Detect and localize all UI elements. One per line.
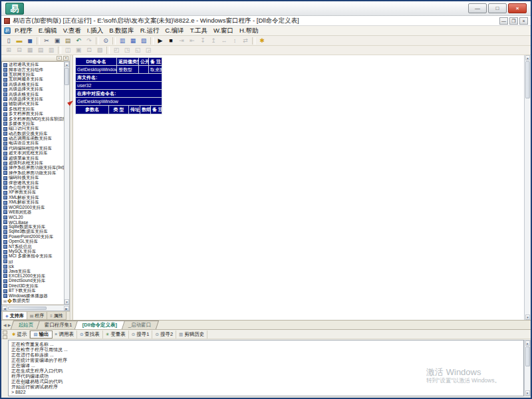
library-item[interactable]: 超级菜单支持库	[2, 156, 64, 160]
output-tab[interactable]: 搜寻2	[152, 331, 176, 338]
table-shade-icon[interactable]	[133, 46, 143, 55]
app-minimize-button[interactable]: —	[499, 17, 508, 25]
library-item[interactable]: 辅助调试支持库	[2, 102, 64, 106]
comment-cell[interactable]: 取桌面句柄	[149, 66, 162, 73]
output-log[interactable]: 正在检查重复名称 ... 正在检查子程序引用情况 ... 正在进行名称连接 ..…	[8, 340, 524, 396]
table-row[interactable]: user32	[76, 82, 162, 90]
table-row[interactable]: GetDesktopWindow 整数型 取桌面句柄	[76, 66, 162, 74]
header-cell[interactable]: 数组	[140, 106, 151, 114]
table-row[interactable]: GetDesktopWindow	[76, 98, 162, 106]
library-item[interactable]: 互联网支持库	[2, 72, 64, 77]
scroll-left-icon[interactable]: ◀	[2, 306, 7, 311]
menu-item[interactable]: W.窗口	[213, 27, 233, 35]
header-cell[interactable]: 类 型	[109, 106, 129, 114]
table-frame-icon[interactable]	[112, 46, 122, 55]
library-item[interactable]: BT下载支持库	[2, 289, 64, 293]
table-cell-down-icon[interactable]	[95, 46, 105, 55]
close-button[interactable]: ×	[508, 3, 527, 13]
scroll-right-icon[interactable]: ▶	[64, 306, 69, 311]
library-list-hscrollbar[interactable]: ◀ ▶	[1, 305, 70, 311]
header-cell[interactable]: 返回值类型	[117, 58, 139, 65]
output-tab[interactable]: 搜寻1	[129, 331, 153, 338]
separator[interactable]	[37, 37, 40, 45]
document-tab[interactable]: _启动窗口	[120, 321, 158, 329]
library-item[interactable]: NT系统信息	[2, 244, 64, 249]
pause-icon[interactable]	[219, 37, 229, 45]
save-icon[interactable]	[25, 37, 35, 45]
maximize-button[interactable]: □	[488, 3, 507, 13]
scroll-up-icon[interactable]: ▲	[65, 62, 69, 67]
library-item[interactable]: 超文本浏览框支持库	[2, 151, 64, 156]
minimize-button[interactable]: —	[468, 3, 487, 13]
expand-icon[interactable]: ⊞	[3, 299, 7, 303]
library-item[interactable]: 进程通讯支持库	[2, 63, 64, 67]
library-item[interactable]: Java支持库	[2, 269, 64, 273]
separator[interactable]	[96, 37, 99, 45]
table-delete-col-icon[interactable]	[36, 46, 46, 55]
datatype-tree-node[interactable]: ⊞数据类型	[2, 299, 64, 303]
menu-item[interactable]: V.查看	[63, 27, 81, 35]
step-over-icon[interactable]	[188, 37, 198, 45]
workspace-window-icon[interactable]	[118, 37, 128, 45]
cut-icon[interactable]	[42, 37, 52, 45]
output-tab[interactable]: 变量表	[103, 331, 129, 338]
library-item[interactable]: Sqlite3数据库支持库	[2, 229, 64, 234]
table-border-icon[interactable]	[122, 46, 132, 55]
table-fill-icon[interactable]	[144, 46, 154, 55]
output-tab[interactable]: 查找表	[77, 331, 103, 338]
alias-value[interactable]: GetDesktopWindow	[76, 98, 162, 105]
left-panel-tab[interactable]: ≡ 属性	[47, 312, 66, 320]
menu-item[interactable]: C.编译	[165, 27, 184, 35]
menu-item[interactable]: I.插入	[87, 27, 103, 35]
dll-definition-editor[interactable]: Dll命令名 返回值类型 公开 备 注 GetDesktopWindow 整数型…	[73, 55, 524, 320]
tab-scroll-left-icon[interactable]: ◀	[3, 323, 7, 327]
return-type-cell[interactable]: 整数型	[117, 66, 139, 73]
library-item[interactable]: 高级表格支持库	[2, 92, 64, 96]
library-item[interactable]: 编码转换支持库	[2, 176, 64, 180]
library-item[interactable]: 互联网服务支持库	[2, 77, 64, 82]
stop-icon[interactable]	[166, 37, 176, 45]
library-item[interactable]: 端口访问支持库	[2, 126, 64, 131]
library-item[interactable]: Windows媒体播放器	[2, 293, 64, 298]
close-icon[interactable]: ×	[63, 56, 68, 61]
library-item[interactable]: WORD2000支持库	[2, 205, 64, 209]
scroll-thumb[interactable]	[65, 68, 69, 85]
library-item[interactable]: 多媒体支持库	[2, 122, 64, 126]
library-item[interactable]: OpenGL支持库	[2, 239, 64, 244]
library-item[interactable]: 多文档界面(MDI)支持库较旧版	[2, 116, 64, 121]
tab-scroll-right-icon[interactable]: ▶	[8, 323, 11, 327]
table-grid-icon[interactable]	[74, 46, 84, 55]
header-cell[interactable]: 备 注	[149, 58, 162, 65]
library-item[interactable]: 多线程支持库	[2, 107, 64, 112]
scroll-thumb[interactable]	[8, 307, 47, 310]
run-to-cursor-icon[interactable]	[209, 37, 219, 45]
table-insert-row-icon[interactable]	[4, 46, 14, 55]
table-delete-row-icon[interactable]	[15, 46, 25, 55]
redo-icon[interactable]	[84, 37, 94, 45]
app-close-button[interactable]: ×	[519, 17, 528, 25]
dock-button[interactable]	[3, 331, 7, 334]
open-folder-icon[interactable]	[15, 37, 25, 45]
paste-icon[interactable]	[63, 37, 73, 45]
library-item[interactable]: jck	[2, 264, 64, 269]
clear-breakpoints-icon[interactable]	[241, 37, 251, 45]
form-window-icon[interactable]	[128, 37, 138, 45]
document-tab[interactable]: 窗口程序集1	[37, 321, 80, 329]
table-split-cells-icon[interactable]	[63, 46, 73, 55]
code-window-icon[interactable]	[139, 37, 149, 45]
library-item[interactable]: 高级选择夹支持库	[2, 87, 64, 92]
library-item[interactable]: MCI 多媒体指令支持库	[2, 254, 64, 259]
library-item[interactable]: XP界面支持库	[2, 190, 64, 195]
editor-scrollbar[interactable]: ▲ ▼	[524, 55, 531, 320]
library-item[interactable]: 高级表格支持库	[2, 82, 64, 87]
scroll-thumb[interactable]	[525, 61, 530, 98]
copy-icon[interactable]	[53, 37, 63, 45]
menu-item[interactable]: E.编辑	[39, 27, 57, 35]
library-item[interactable]: MySQL支持库	[2, 249, 64, 254]
dll-command-table[interactable]: Dll命令名 返回值类型 公开 备 注 GetDesktopWindow 整数型…	[75, 57, 162, 114]
header-cell[interactable]: 公开	[139, 58, 149, 65]
output-tab[interactable]: 剪辑历史	[176, 331, 207, 338]
library-item[interactable]: 操作系统界面功能支持库(9x版)	[2, 166, 64, 170]
menu-item[interactable]: P.程序	[15, 27, 33, 35]
header-cell[interactable]: Dll命令名	[76, 58, 117, 65]
